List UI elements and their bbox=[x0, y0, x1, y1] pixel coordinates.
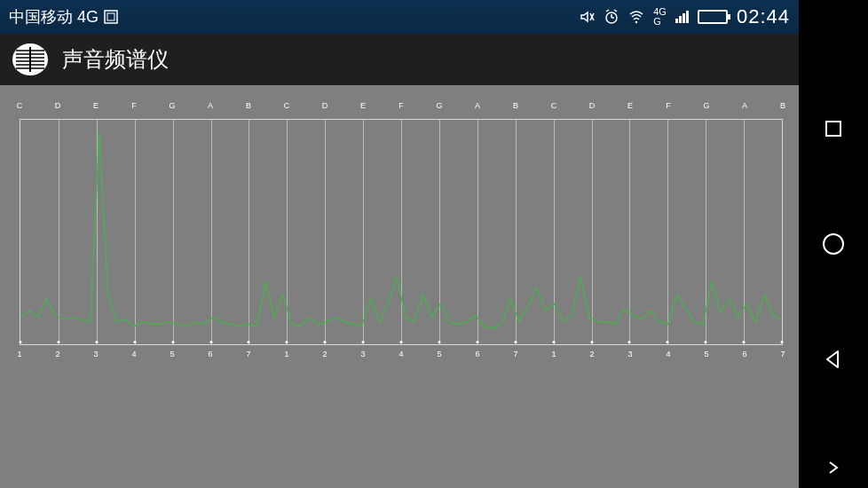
x-tick: 3 bbox=[627, 350, 632, 358]
alarm-icon bbox=[604, 9, 619, 25]
home-button[interactable] bbox=[820, 231, 847, 257]
svg-rect-0 bbox=[105, 11, 117, 23]
note-label: E bbox=[93, 101, 99, 110]
note-label: F bbox=[131, 101, 137, 110]
tick-dot bbox=[400, 341, 403, 343]
app-logo-icon bbox=[11, 42, 50, 77]
app-bar: 声音频谱仪 bbox=[0, 34, 799, 85]
x-tick: 5 bbox=[704, 350, 708, 358]
note-label: G bbox=[169, 101, 175, 110]
tick-dot bbox=[514, 341, 517, 343]
network-type-icon: 4G G bbox=[653, 7, 667, 27]
tick-dot bbox=[667, 341, 669, 343]
tick-dot bbox=[209, 341, 212, 343]
note-label: G bbox=[436, 101, 442, 110]
note-label: E bbox=[627, 101, 633, 110]
note-label: D bbox=[55, 101, 61, 110]
tick-dot bbox=[628, 341, 631, 343]
note-label: A bbox=[208, 101, 213, 110]
x-tick: 6 bbox=[475, 350, 479, 358]
recent-apps-button[interactable] bbox=[820, 115, 847, 142]
content-area: CDEFGABCDEFGABCDEFGAB 123456712345671234… bbox=[0, 85, 799, 488]
android-nav-rail bbox=[799, 0, 868, 488]
mute-icon bbox=[579, 9, 595, 25]
tick-dot bbox=[590, 341, 593, 343]
tick-dot bbox=[705, 341, 707, 343]
tick-dot bbox=[781, 341, 784, 343]
note-label: G bbox=[703, 101, 709, 110]
note-labels-row: CDEFGABCDEFGABCDEFGAB bbox=[20, 101, 783, 114]
sim-icon bbox=[104, 10, 118, 24]
note-label: C bbox=[284, 101, 290, 110]
spectrum-chart: CDEFGABCDEFGABCDEFGAB 123456712345671234… bbox=[20, 101, 783, 358]
tick-dot bbox=[95, 341, 98, 343]
x-tick: 5 bbox=[170, 350, 174, 358]
x-tick: 4 bbox=[398, 350, 403, 358]
svg-rect-18 bbox=[826, 122, 840, 136]
app-title: 声音频谱仪 bbox=[62, 45, 169, 74]
carrier-label: 中国移动 4G bbox=[9, 6, 99, 28]
battery-icon bbox=[698, 10, 728, 24]
svg-line-8 bbox=[614, 10, 617, 12]
svg-rect-1 bbox=[107, 13, 114, 20]
x-tick: 7 bbox=[246, 350, 250, 358]
tick-dot bbox=[552, 341, 555, 343]
x-tick: 5 bbox=[437, 350, 441, 358]
expand-button[interactable] bbox=[820, 454, 847, 481]
tick-dot bbox=[286, 341, 288, 343]
wifi-icon bbox=[628, 9, 644, 25]
x-tick: 1 bbox=[17, 350, 21, 358]
note-label: B bbox=[246, 101, 251, 110]
svg-line-7 bbox=[606, 10, 609, 12]
net-bot: G bbox=[653, 17, 661, 27]
x-labels-row: 123456712345671234567 bbox=[20, 350, 783, 362]
tick-dot bbox=[743, 341, 746, 343]
x-tick: 2 bbox=[322, 350, 327, 358]
x-tick: 1 bbox=[551, 350, 556, 358]
tick-dot bbox=[171, 341, 174, 343]
statusbar: 中国移动 4G 4G G 02:44 bbox=[0, 0, 799, 34]
tick-dot bbox=[57, 341, 59, 343]
spectrum-line bbox=[20, 120, 782, 344]
x-tick: 7 bbox=[513, 350, 517, 358]
svg-point-9 bbox=[635, 21, 637, 23]
signal-icon bbox=[675, 11, 689, 23]
note-label: D bbox=[322, 101, 328, 110]
tick-dot bbox=[248, 341, 250, 343]
tick-dots bbox=[20, 341, 782, 346]
note-label: C bbox=[17, 101, 23, 110]
back-button[interactable] bbox=[820, 346, 847, 373]
tick-dot bbox=[133, 341, 136, 343]
x-tick: 7 bbox=[780, 350, 785, 358]
note-label: C bbox=[551, 101, 557, 110]
svg-point-19 bbox=[824, 234, 843, 254]
x-tick: 3 bbox=[360, 350, 365, 358]
note-label: B bbox=[780, 101, 785, 110]
note-label: F bbox=[666, 101, 671, 110]
chart-box bbox=[20, 119, 783, 345]
clock: 02:44 bbox=[737, 5, 790, 28]
tick-dot bbox=[476, 341, 478, 343]
x-tick: 6 bbox=[742, 350, 746, 358]
note-label: A bbox=[475, 101, 480, 110]
x-tick: 2 bbox=[589, 350, 594, 358]
x-tick: 2 bbox=[55, 350, 59, 358]
note-label: E bbox=[360, 101, 366, 110]
tick-dot bbox=[324, 341, 327, 343]
note-label: B bbox=[513, 101, 518, 110]
x-tick: 4 bbox=[131, 350, 136, 358]
note-label: F bbox=[398, 101, 404, 110]
note-label: D bbox=[589, 101, 596, 110]
note-label: A bbox=[742, 101, 747, 110]
x-tick: 1 bbox=[284, 350, 288, 358]
tick-dot bbox=[20, 341, 22, 343]
x-tick: 6 bbox=[208, 350, 212, 358]
x-tick: 3 bbox=[93, 350, 98, 358]
tick-dot bbox=[362, 341, 365, 343]
tick-dot bbox=[438, 341, 440, 343]
x-tick: 4 bbox=[666, 350, 670, 358]
